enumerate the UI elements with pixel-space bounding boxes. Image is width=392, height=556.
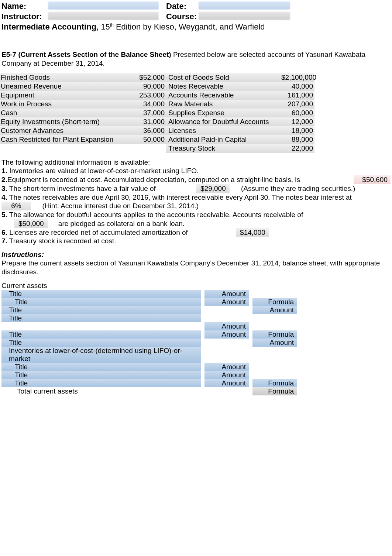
date-label: Date: (166, 1, 199, 11)
interest-rate: 6% (1, 202, 31, 210)
name-field[interactable] (48, 1, 159, 10)
additional-info: The following additional information is … (0, 158, 392, 246)
ws-amount[interactable]: Amount (252, 306, 297, 314)
instructions-block: Instructions: Prepare the current assets… (0, 251, 392, 277)
account-value: 40,000 (281, 82, 314, 91)
account-value: 37,000 (133, 109, 166, 117)
ws-amount[interactable]: Amount (204, 371, 249, 379)
account-name: Supplies Expense (166, 109, 281, 117)
account-name: Treasury Stock (166, 144, 281, 153)
account-value: 88,000 (281, 135, 314, 144)
instructions-head: Instructions: (1, 251, 391, 259)
ws-formula[interactable]: Formula (252, 330, 297, 339)
ws-amount[interactable]: Amount (204, 379, 249, 387)
doc-header: Name: Date: Instructor: Course: (0, 0, 392, 21)
current-assets-heading: Current assets (1, 282, 391, 290)
ws-inventory-line: Inventories at lower-of-cost-(determined… (1, 347, 201, 363)
ws-formula[interactable]: Formula (252, 298, 297, 306)
ws-amount[interactable]: Amount (204, 322, 249, 330)
course-label: Course: (166, 12, 199, 21)
instructor-field[interactable] (48, 12, 159, 20)
account-value: 90,000 (133, 82, 166, 91)
ws-amount[interactable]: Amount (204, 290, 249, 298)
account-value: $2,100,000 (281, 73, 314, 82)
ws-title[interactable]: Title (1, 363, 201, 371)
ws-amount[interactable]: Amount (204, 330, 249, 339)
ws-total-formula[interactable]: Formula (252, 387, 297, 395)
ws-amount[interactable]: Amount (204, 298, 249, 306)
course-field[interactable] (199, 12, 290, 20)
account-name: Work in Process (0, 100, 133, 109)
fair-value: $29,000 (196, 184, 230, 193)
ws-amount[interactable]: Amount (252, 339, 297, 347)
ws-title[interactable]: Title (1, 314, 201, 322)
account-name: Cash Restricted for Plant Expansion (0, 135, 133, 144)
account-value: 207,000 (281, 100, 314, 109)
account-value: 253,000 (133, 91, 166, 100)
ws-formula[interactable]: Formula (252, 379, 297, 387)
account-value: 36,000 (133, 126, 166, 135)
account-name: Additional Paid-in Capital (166, 135, 281, 144)
book-title: Intermediate Accounting, 15th Edition by… (0, 21, 392, 32)
date-field[interactable] (199, 1, 290, 10)
account-value: 60,000 (281, 109, 314, 117)
account-value: 161,000 (281, 91, 314, 100)
ws-total-label: Total current assets (1, 387, 201, 395)
account-value: 50,000 (133, 135, 166, 144)
amort-value: $14,000 (236, 228, 269, 237)
problem-heading: E5-7 (Current Assets Section of the Bala… (0, 50, 392, 68)
account-name: Finished Goods (0, 73, 133, 82)
account-name: Licenses (166, 126, 281, 135)
instructor-label: Instructor: (1, 12, 48, 21)
account-name: Allowance for Doubtful Accounts (166, 117, 281, 126)
ws-title[interactable]: Title (1, 379, 201, 387)
account-name: Customer Advances (0, 126, 133, 135)
ws-title[interactable]: Title (1, 330, 201, 339)
account-value: 12,000 (281, 117, 314, 126)
accum-depr-value: $50,600 (354, 175, 391, 184)
ws-title[interactable]: Title (1, 371, 201, 379)
worksheet: Current assets Title Amount Title Amount… (0, 282, 392, 395)
account-name: Unearned Revenue (0, 82, 133, 91)
ws-title[interactable]: Title (1, 306, 201, 314)
account-name: Raw Materials (166, 100, 281, 109)
ws-title[interactable]: Title (1, 339, 201, 347)
account-name: Accounts Receivable (166, 91, 281, 100)
account-name: Equipment (0, 91, 133, 100)
account-value: 34,000 (133, 100, 166, 109)
name-label: Name: (1, 1, 48, 11)
account-value: $52,000 (133, 73, 166, 82)
pledged-ar: $50,000 (14, 219, 48, 228)
account-value: 31,000 (133, 117, 166, 126)
account-value: 22,000 (281, 144, 314, 153)
ws-title[interactable]: Title (1, 290, 201, 298)
account-name: Cost of Goods Sold (166, 73, 281, 82)
account-value: 18,000 (281, 126, 314, 135)
account-name: Equity Investments (Short-term) (0, 117, 133, 126)
addl-lead: The following additional information is … (1, 158, 391, 167)
account-name: Notes Receivable (166, 82, 281, 91)
accounts-table: Finished Goods$52,000Cost of Goods Sold$… (0, 73, 392, 153)
account-name: Cash (0, 109, 133, 117)
ws-title[interactable]: Title (1, 298, 201, 306)
instructions-body: Prepare the current assets section of Ya… (1, 259, 391, 277)
ws-amount[interactable]: Amount (204, 363, 249, 371)
